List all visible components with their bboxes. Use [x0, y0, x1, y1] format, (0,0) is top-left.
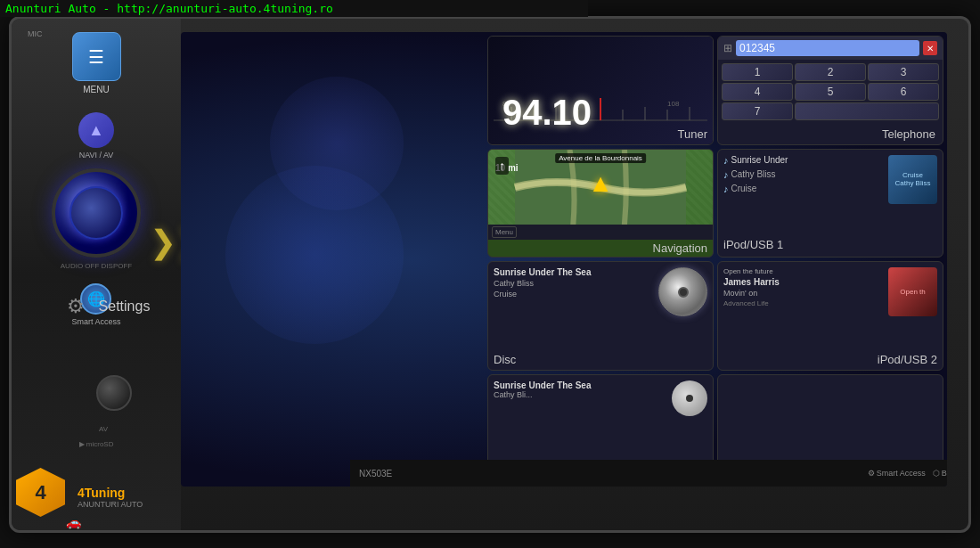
ipod1-artist: Cathy Bliss	[731, 169, 776, 179]
menu-icon: ☰	[88, 46, 104, 68]
ipod1-album: Cruise	[731, 184, 757, 193]
ipod2-sublabel: Advanced Life	[723, 299, 885, 307]
nav-current-position-icon: ▲	[588, 169, 613, 198]
top-banner: Anunturi Auto - http://anunturi-auto.4tu…	[0, 0, 588, 17]
ipod1-album-art: CruiseCathy Bliss	[888, 155, 937, 204]
nav-street-label: Avenue de la Bourdonnais	[555, 153, 646, 163]
ipod1-track1-row: ♪ Sunrise Under	[723, 155, 885, 166]
disc-title: Sunrise Under The Sea	[494, 267, 653, 277]
key-7[interactable]: 7	[722, 102, 793, 120]
bottom-knob[interactable]	[96, 375, 132, 411]
tuner-tile[interactable]: 88 108 94.10 Tuner	[487, 36, 714, 145]
key-8[interactable]	[795, 102, 939, 120]
nav-menu-item[interactable]: Menu	[492, 226, 517, 238]
status-bar: NX503E ⚙ Smart Access ⬡ Bluetooth DivX ⊙…	[350, 460, 947, 487]
ipod2-info: Open the future James Harris Movin' on A…	[723, 267, 885, 364]
telephone-input: 012345	[736, 40, 919, 56]
ipod1-album-row: ♪ Cruise	[723, 184, 885, 194]
volume-knob[interactable]	[52, 168, 141, 258]
smart-access-status: ⚙ Smart Access	[868, 469, 926, 478]
ipod1-info: ♪ Sunrise Under ♪ Cathy Bliss ♪ Cruise	[723, 155, 937, 235]
mic-label: MIC	[28, 29, 43, 38]
ipod-usb2-tile[interactable]: Open the future James Harris Movin' on A…	[717, 261, 943, 371]
bluetooth-status: ⬡ Bluetooth	[933, 469, 947, 478]
tuner-frequency: 94.10	[495, 87, 599, 137]
banner-text: Anunturi Auto - http://anunturi-auto.4tu…	[5, 2, 333, 15]
main-screen: 88 108 94.10 Tuner ⊞ 012345 ✕ 1 2 3 4	[181, 32, 947, 487]
nav-av-label: NAVI / AV	[79, 151, 114, 159]
key-6[interactable]: 6	[868, 83, 939, 101]
telephone-close-button[interactable]: ✕	[923, 41, 937, 55]
disc-icon: ♪	[723, 184, 729, 194]
disc-cd-icon	[658, 267, 707, 316]
logo-main-text: 4Tuning	[78, 486, 143, 500]
nav-icon: ▲	[78, 112, 114, 148]
logo-car-icon: 🚗	[66, 515, 81, 529]
ipod-usb1-tile[interactable]: ♪ Sunrise Under ♪ Cathy Bliss ♪ Cruise	[717, 149, 943, 258]
knob-inner	[69, 186, 123, 240]
gear-icon: ⚙	[61, 290, 92, 322]
disc-bottom-artist: Cathy Bli...	[494, 390, 668, 399]
av-label: AV	[99, 425, 108, 433]
disc-album: Cruise	[494, 290, 653, 299]
person-icon: ♪	[723, 169, 729, 180]
menu-button[interactable]: ☰	[72, 32, 121, 81]
logo-container: 4 🚗	[16, 468, 74, 526]
logo-number: 4	[35, 481, 45, 504]
telephone-header: ⊞ 012345 ✕	[718, 37, 943, 60]
ipod1-label: iPod/USB 1	[723, 238, 937, 251]
disc-bottom-title: Sunrise Under The Sea	[494, 380, 668, 390]
smart-access-icon: ⚙	[868, 469, 875, 478]
tuner-label: Tuner	[678, 127, 707, 141]
ipod2-album-art: Open th	[888, 267, 937, 316]
disc-label: Disc	[494, 353, 516, 366]
ipod1-tracks: ♪ Sunrise Under ♪ Cathy Bliss ♪ Cruise	[723, 155, 885, 194]
disc-tile[interactable]: Sunrise Under The Sea Cathy Bliss Cruise…	[487, 261, 714, 371]
logo-sub-text: ANUNTURI AUTO	[78, 500, 143, 509]
audio-off-label: AUDIO OFF DISPOFF	[61, 262, 132, 270]
telephone-keypad: 1 2 3 4 5 6 7	[718, 60, 943, 124]
key-4[interactable]: 4	[722, 83, 793, 101]
navigation-label: Navigation	[488, 240, 713, 257]
logo-hexagon: 4	[16, 468, 65, 517]
bluetooth-icon: ⬡	[933, 469, 940, 478]
logo: 4 🚗 4Tuning ANUNTURI AUTO	[16, 468, 143, 526]
note-icon: ♪	[723, 155, 729, 166]
key-2[interactable]: 2	[795, 63, 866, 81]
telephone-tile[interactable]: ⊞ 012345 ✕ 1 2 3 4 5 6 7 Telephone	[717, 36, 943, 145]
ipod1-album-art-text: CruiseCathy Bliss	[894, 171, 930, 187]
logo-text: 4Tuning ANUNTURI AUTO	[78, 486, 143, 509]
smart-access-status-label: Smart Access	[877, 469, 926, 478]
tiles-grid: 88 108 94.10 Tuner ⊞ 012345 ✕ 1 2 3 4	[484, 32, 947, 487]
settings-label: Settings	[99, 299, 151, 315]
svg-text:108: 108	[667, 100, 680, 108]
disc-artist: Cathy Bliss	[494, 279, 653, 288]
ipod2-future-label: Open the future	[723, 267, 885, 275]
key-5[interactable]: 5	[795, 83, 866, 101]
nav-av-button[interactable]: ▲ NAVI / AV	[78, 112, 114, 159]
device: MIC ☰ MENU ▲ NAVI / AV AUDIO OFF DISPOFF…	[9, 16, 971, 533]
ipod2-album-text: Open th	[900, 288, 925, 296]
microsd-label: ▶ microSD	[79, 440, 114, 448]
nav-turn-icon: ↑	[495, 157, 509, 175]
nav-menu-bar: Menu	[488, 225, 713, 240]
navigation-tile[interactable]: Avenue de la Bourdonnais 10 mi ↑ ▲ Menu …	[487, 149, 714, 258]
disc-info: Sunrise Under The Sea Cathy Bliss Cruise	[494, 267, 653, 364]
ipod2-artist: James Harris	[723, 277, 885, 287]
ipod2-label: iPod/USB 2	[878, 353, 937, 366]
navigation-map: Avenue de la Bourdonnais 10 mi ↑ ▲	[488, 150, 713, 225]
volume-knob-area: AUDIO OFF DISPOFF	[52, 168, 141, 270]
menu-label: MENU	[83, 85, 109, 94]
disc-center-hole	[678, 287, 689, 298]
bluetooth-label: Bluetooth	[942, 469, 947, 478]
disc-bottom-center	[686, 395, 693, 402]
telephone-grid-icon: ⊞	[723, 42, 732, 54]
status-icons: ⚙ Smart Access ⬡ Bluetooth DivX ⊙ DVD DO…	[868, 468, 947, 478]
settings-button[interactable]: ⚙ Settings	[61, 290, 151, 322]
ipod2-track: Movin' on	[723, 289, 885, 298]
ipod1-track1: Sunrise Under	[731, 155, 788, 165]
telephone-label: Telephone	[718, 124, 943, 144]
key-1[interactable]: 1	[722, 63, 793, 81]
key-3[interactable]: 3	[868, 63, 939, 81]
ipod1-track2-row: ♪ Cathy Bliss	[723, 169, 885, 180]
